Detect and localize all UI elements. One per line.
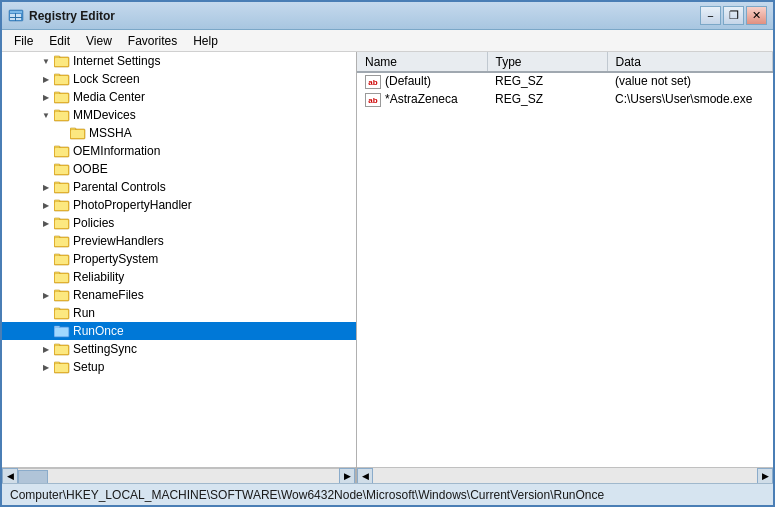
window-controls: − ❐ ✕ xyxy=(700,6,767,25)
tree-label-policies: Policies xyxy=(73,216,114,230)
tree-expander-runonce xyxy=(38,322,54,340)
tree-expander-lock-screen[interactable]: ▶ xyxy=(38,70,54,88)
svg-rect-35 xyxy=(55,220,68,228)
tree-expander-setting-sync[interactable]: ▶ xyxy=(38,340,54,358)
svg-rect-44 xyxy=(55,274,68,282)
tree-item-photo-property-handler[interactable]: ▶ PhotoPropertyHandler xyxy=(2,196,356,214)
folder-icon-property-system xyxy=(54,252,70,266)
col-name[interactable]: Name xyxy=(357,52,487,72)
svg-rect-11 xyxy=(55,76,68,84)
tree-expander-setup[interactable]: ▶ xyxy=(38,358,54,376)
tree-label-photo-property-handler: PhotoPropertyHandler xyxy=(73,198,192,212)
tree-label-setup: Setup xyxy=(73,360,104,374)
svg-rect-29 xyxy=(55,184,68,192)
tree-item-lock-screen[interactable]: ▶ Lock Screen xyxy=(2,70,356,88)
tree-expander-run xyxy=(38,304,54,322)
tree-expander-parental-controls[interactable]: ▶ xyxy=(38,178,54,196)
table-row[interactable]: ab*AstraZenecaREG_SZC:\Users\User\smode.… xyxy=(357,90,773,108)
svg-rect-8 xyxy=(55,58,68,66)
tree-expander-mssha xyxy=(54,124,70,142)
svg-rect-23 xyxy=(55,148,68,156)
tree-item-setting-sync[interactable]: ▶ SettingSync xyxy=(2,340,356,358)
data-hscroll-right-btn[interactable]: ▶ xyxy=(757,468,773,483)
svg-rect-58 xyxy=(54,362,60,364)
tree-expander-internet-settings[interactable]: ▼ xyxy=(38,52,54,70)
svg-rect-49 xyxy=(54,308,60,310)
tree-item-reliability[interactable]: Reliability xyxy=(2,268,356,286)
tree-label-reliability: Reliability xyxy=(73,270,124,284)
tree-item-runonce[interactable]: RunOnce xyxy=(2,322,356,340)
close-button[interactable]: ✕ xyxy=(746,6,767,25)
folder-icon-setting-sync xyxy=(54,342,70,356)
col-data[interactable]: Data xyxy=(607,52,773,72)
tree-label-lock-screen: Lock Screen xyxy=(73,72,140,86)
tree-item-internet-settings[interactable]: ▼ Internet Settings xyxy=(2,52,356,70)
menu-view[interactable]: View xyxy=(78,32,120,50)
tree-item-run[interactable]: Run xyxy=(2,304,356,322)
title-bar: Registry Editor − ❐ ✕ xyxy=(2,2,773,30)
folder-icon-photo-property-handler xyxy=(54,198,70,212)
tree-expander-photo-property-handler[interactable]: ▶ xyxy=(38,196,54,214)
folder-icon-run xyxy=(54,306,70,320)
minimize-button[interactable]: − xyxy=(700,6,721,25)
tree-item-parental-controls[interactable]: ▶ Parental Controls xyxy=(2,178,356,196)
menu-favorites[interactable]: Favorites xyxy=(120,32,185,50)
tree-label-preview-handlers: PreviewHandlers xyxy=(73,234,164,248)
tree-item-oeminformation[interactable]: OEMInformation xyxy=(2,142,356,160)
col-type[interactable]: Type xyxy=(487,52,607,72)
tree-expander-oobe xyxy=(38,160,54,178)
status-bar: Computer\HKEY_LOCAL_MACHINE\SOFTWARE\Wow… xyxy=(2,483,773,505)
folder-icon-preview-handlers xyxy=(54,234,70,248)
tree-item-mmdevices[interactable]: ▼ MMDevices xyxy=(2,106,356,124)
tree-expander-oeminformation xyxy=(38,142,54,160)
tree-label-media-center: Media Center xyxy=(73,90,145,104)
tree-item-policies[interactable]: ▶ Policies xyxy=(2,214,356,232)
cell-name: ab*AstraZeneca xyxy=(357,90,487,108)
svg-rect-1 xyxy=(10,11,22,13)
menu-file[interactable]: File xyxy=(6,32,41,50)
tree-label-oeminformation: OEMInformation xyxy=(73,144,160,158)
tree-item-property-system[interactable]: PropertySystem xyxy=(2,250,356,268)
tree-item-setup[interactable]: ▶ Setup xyxy=(2,358,356,376)
cell-type: REG_SZ xyxy=(487,72,607,90)
tree-item-preview-handlers[interactable]: PreviewHandlers xyxy=(2,232,356,250)
tree-label-parental-controls: Parental Controls xyxy=(73,180,166,194)
menu-edit[interactable]: Edit xyxy=(41,32,78,50)
tree-expander-rename-files[interactable]: ▶ xyxy=(38,286,54,304)
cell-name: ab(Default) xyxy=(357,72,487,90)
app-icon xyxy=(8,8,24,24)
folder-icon-runonce xyxy=(54,324,70,338)
svg-rect-34 xyxy=(54,218,60,220)
tree-item-media-center[interactable]: ▶ Media Center xyxy=(2,88,356,106)
data-hscroll: ◀ ▶ xyxy=(357,467,773,483)
folder-icon-setup xyxy=(54,360,70,374)
tree-item-oobe[interactable]: OOBE xyxy=(2,160,356,178)
restore-button[interactable]: ❐ xyxy=(723,6,744,25)
svg-rect-25 xyxy=(54,164,60,166)
svg-rect-43 xyxy=(54,272,60,274)
svg-rect-17 xyxy=(55,112,68,120)
tree-expander-policies[interactable]: ▶ xyxy=(38,214,54,232)
menu-help[interactable]: Help xyxy=(185,32,226,50)
svg-rect-22 xyxy=(54,146,60,148)
tree-expander-mmdevices[interactable]: ▼ xyxy=(38,106,54,124)
registry-tree[interactable]: ▼ Internet Settings▶ Lock Screen▶ Media … xyxy=(2,52,356,467)
cell-data: (value not set) xyxy=(607,72,773,90)
svg-rect-20 xyxy=(71,130,84,138)
folder-icon-oobe xyxy=(54,162,70,176)
data-hscroll-left-btn[interactable]: ◀ xyxy=(357,468,373,483)
svg-rect-41 xyxy=(55,256,68,264)
registry-value-icon: ab xyxy=(365,75,381,89)
tree-hscroll: ◀ ▶ xyxy=(2,467,356,483)
table-row[interactable]: ab(Default)REG_SZ(value not set) xyxy=(357,72,773,90)
tree-item-rename-files[interactable]: ▶ RenameFiles xyxy=(2,286,356,304)
svg-rect-14 xyxy=(55,94,68,102)
table-body: ab(Default)REG_SZ(value not set)ab*Astra… xyxy=(357,72,773,108)
hscroll-right-btn[interactable]: ▶ xyxy=(339,468,355,483)
svg-rect-5 xyxy=(10,17,22,18)
tree-expander-media-center[interactable]: ▶ xyxy=(38,88,54,106)
tree-item-mssha[interactable]: MSSHA xyxy=(2,124,356,142)
hscroll-left-btn[interactable]: ◀ xyxy=(2,468,18,483)
svg-rect-52 xyxy=(54,326,60,328)
folder-icon-rename-files xyxy=(54,288,70,302)
